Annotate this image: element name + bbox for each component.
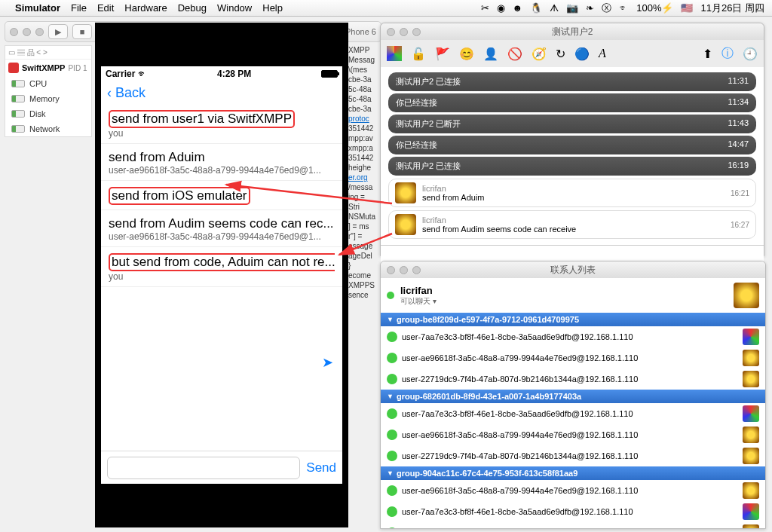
menu-edit[interactable]: Edit <box>97 2 114 14</box>
app-badge-icon <box>8 63 19 73</box>
qq-icon[interactable]: 🐧 <box>530 2 542 14</box>
clock[interactable]: 11月26日 周四 <box>700 2 764 15</box>
wifi-icon[interactable]: ᯤ <box>619 2 629 14</box>
flag-icon[interactable]: 🚩 <box>435 47 450 61</box>
chat-bubble[interactable]: licrifansend from Aduim16:21 <box>388 179 756 207</box>
message-item[interactable]: send from Aduimuser-ae96618f-3a5c-48a8-a… <box>101 144 342 181</box>
webcam-icon[interactable]: ◉ <box>497 2 505 14</box>
ios-time: 4:28 PM <box>217 69 251 79</box>
send-plane-icon[interactable]: ➤ <box>322 354 333 371</box>
nav-icon-row[interactable]: ▭ ▤ 品 < > <box>5 46 91 60</box>
block-icon[interactable]: 🚫 <box>507 47 522 61</box>
menu-debug[interactable]: Debug <box>178 2 207 14</box>
window-titlebar[interactable]: 测试用户2 <box>381 23 764 40</box>
adium-duck-icon[interactable] <box>387 46 402 61</box>
contact-row[interactable]: user-22719dc9-7f4b-47ab-807d-9b2146b1344… <box>381 522 765 529</box>
message-list[interactable]: send from user1 via SwitfXMPPyousend fro… <box>101 104 342 451</box>
color-icon[interactable]: 🔵 <box>574 47 590 61</box>
my-name: licrifan <box>400 285 437 296</box>
group-header[interactable]: group-be8f209d-e597-4f7a-9712-0961d47099… <box>381 313 765 326</box>
up-icon[interactable]: ᗑ <box>550 2 559 14</box>
camera-icon[interactable]: 📷 <box>566 2 578 14</box>
flag-icon[interactable]: 🇺🇸 <box>681 2 693 14</box>
status-dot-icon <box>387 292 394 299</box>
cpu-meter-icon <box>11 80 25 87</box>
history-icon[interactable]: 🕘 <box>743 47 758 61</box>
menu-window[interactable]: Window <box>217 2 252 14</box>
message-input[interactable] <box>107 457 300 479</box>
chat-bubble-icon <box>387 485 397 496</box>
message-item[interactable]: send from iOS emulater <box>101 181 342 210</box>
scissors-icon[interactable]: ✂ <box>481 2 489 14</box>
safari-icon[interactable]: 🧭 <box>532 47 547 61</box>
circle-icon[interactable]: ⓧ <box>602 2 611 15</box>
info-icon[interactable]: ⓘ <box>721 46 734 62</box>
menu-file[interactable]: File <box>71 2 87 14</box>
ios-nav-bar: ‹ Back <box>101 81 342 104</box>
traffic-lights[interactable] <box>387 266 421 274</box>
avatar <box>743 405 759 422</box>
adium-chat-window: 测试用户2 🔓 🚩 😊 👤 🚫 🧭 ↻ 🔵 A ⬆ ⓘ 🕘 测试用户2 已连接1… <box>380 23 764 256</box>
menu-app[interactable]: Simulator <box>15 2 60 14</box>
window-titlebar[interactable]: 联系人列表 <box>381 261 765 278</box>
avatar[interactable] <box>734 283 759 308</box>
stop-button[interactable]: ■ <box>72 24 92 39</box>
contact-row[interactable]: user-22719dc9-7f4b-47ab-807d-9b2146b1344… <box>381 368 765 390</box>
message-item[interactable]: send from Audim seems code can rec...use… <box>101 210 342 247</box>
contact-row[interactable]: user-7aa7e3c3-bf8f-46e1-8cbe-3a5aad6e9df… <box>381 403 765 424</box>
my-status[interactable]: 可以聊天 ▾ <box>400 296 437 307</box>
contact-list[interactable]: group-be8f209d-e597-4f7a-9712-0961d47099… <box>381 313 765 529</box>
chat-body[interactable]: 测试用户2 已连接11:31你已经连接11:34测试用户2 已断开11:43你已… <box>381 67 764 245</box>
contact-row[interactable]: user-ae96618f-3a5c-48a8-a799-9944a4e76ed… <box>381 347 765 368</box>
xcode-navigator: ▭ ▤ 品 < > SwiftXMPP PID 1 CPU Memory Dis… <box>5 45 92 137</box>
avatar <box>743 329 759 345</box>
nav-app-title[interactable]: SwiftXMPP PID 1 <box>5 60 91 76</box>
run-button[interactable]: ▶ <box>48 24 68 39</box>
sync-icon[interactable]: ☻ <box>513 2 523 14</box>
traffic-lights[interactable] <box>387 28 421 36</box>
contact-row[interactable]: user-7aa7e3c3-bf8f-46e1-8cbe-3a5aad6e9df… <box>381 326 765 347</box>
input-bar: Send <box>101 451 342 484</box>
status-row: 你已经连接14:47 <box>388 136 756 154</box>
menu-hardware[interactable]: Hardware <box>124 2 167 14</box>
message-item[interactable]: send from user1 via SwitfXMPPyou <box>101 104 342 144</box>
chat-bubble[interactable]: licrifansend from Audim seems code can r… <box>388 210 756 239</box>
back-button[interactable]: ‹ Back <box>107 85 146 101</box>
smiley-icon[interactable]: 😊 <box>459 47 474 61</box>
message-item[interactable]: but send from code, Aduim can not re...y… <box>101 247 342 287</box>
carrier-label: Carrier <box>106 69 135 79</box>
evernote-icon[interactable]: ❧ <box>586 2 594 14</box>
lock-icon[interactable]: 🔓 <box>411 47 426 61</box>
nav-network[interactable]: Network <box>5 121 91 136</box>
chat-bubble-icon <box>387 506 397 517</box>
chat-bubble-icon <box>387 332 397 342</box>
menu-help[interactable]: Help <box>262 2 283 14</box>
contact-header: licrifan 可以聊天 ▾ <box>381 278 765 313</box>
font-icon[interactable]: A <box>599 47 606 60</box>
status-row: 你已经连接11:34 <box>388 93 756 112</box>
nav-memory[interactable]: Memory <box>5 91 91 106</box>
battery-status[interactable]: 100% ⚡ <box>636 2 673 14</box>
group-header[interactable]: group-682601db-8f9d-43e1-a007-1a4b917740… <box>381 390 765 403</box>
memory-meter-icon <box>11 95 25 102</box>
nav-disk[interactable]: Disk <box>5 106 91 121</box>
window-title: 联系人列表 <box>550 264 596 277</box>
avatar <box>743 448 759 464</box>
ios-simulator: Carrier ᯤ 4:28 PM ‹ Back send from user1… <box>95 23 348 527</box>
user-icon[interactable]: 👤 <box>483 47 498 61</box>
ios-status-bar: Carrier ᯤ 4:28 PM <box>101 66 342 81</box>
contact-row[interactable]: user-ae96618f-3a5c-48a8-a799-9944a4e76ed… <box>381 424 765 445</box>
status-row: 测试用户2 已连接16:19 <box>388 157 756 176</box>
nav-cpu[interactable]: CPU <box>5 76 91 91</box>
upload-icon[interactable]: ⬆ <box>703 47 712 61</box>
refresh-icon[interactable]: ↻ <box>556 47 565 61</box>
status-row: 测试用户2 已连接11:31 <box>388 72 756 91</box>
avatar <box>395 214 416 235</box>
contact-row[interactable]: user-ae96618f-3a5c-48a8-a799-9944a4e76ed… <box>381 480 765 501</box>
chat-bubble-icon <box>387 430 397 440</box>
send-button[interactable]: Send <box>306 460 336 475</box>
avatar <box>743 427 759 443</box>
contact-row[interactable]: user-7aa7e3c3-bf8f-46e1-8cbe-3a5aad6e9df… <box>381 501 765 522</box>
contact-row[interactable]: user-22719dc9-7f4b-47ab-807d-9b2146b1344… <box>381 445 765 466</box>
group-header[interactable]: group-904ac11c-67c4-4e75-953f-613c58f81a… <box>381 466 765 480</box>
